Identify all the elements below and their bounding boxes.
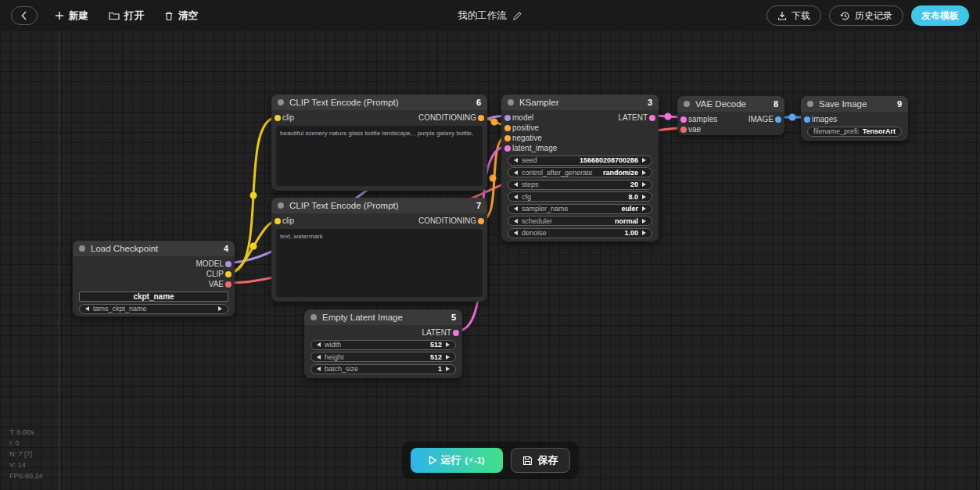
height-widget[interactable]: height 512 — [311, 352, 456, 362]
images-input-port[interactable] — [804, 116, 810, 123]
open-button[interactable]: 打开 — [109, 9, 144, 23]
prev-arrow-icon[interactable] — [514, 195, 518, 199]
node-header[interactable]: Save Image 9 — [801, 96, 908, 112]
wire-midpoint-dot[interactable] — [490, 175, 497, 182]
prev-arrow-icon[interactable] — [514, 231, 518, 235]
node-title: Save Image — [819, 99, 892, 109]
input-label: vae — [688, 125, 701, 134]
node-id: 8 — [774, 99, 778, 109]
node-status-dot — [278, 202, 284, 209]
output-label: CONDITIONING — [418, 113, 476, 122]
clip-input-port[interactable] — [275, 218, 281, 224]
node-clip-text-encode-positive[interactable]: CLIP Text Encode (Prompt) 6 clip CONDITI… — [271, 95, 487, 191]
prev-arrow-icon[interactable] — [514, 182, 518, 187]
prev-arrow-icon[interactable] — [317, 355, 321, 359]
node-header[interactable]: CLIP Text Encode (Prompt) 6 — [271, 95, 487, 110]
prev-arrow-icon[interactable] — [514, 206, 518, 211]
prev-arrow-icon[interactable] — [514, 170, 518, 175]
node-status-dot — [278, 99, 284, 106]
graph-canvas[interactable]: Load Checkpoint 4 MODEL CLIP VAE ckpt_na… — [0, 0, 980, 490]
conditioning-output-port[interactable] — [478, 115, 484, 121]
latent-output-port[interactable] — [453, 330, 459, 336]
model-output-port[interactable] — [225, 261, 232, 267]
download-button[interactable]: 下载 — [766, 5, 821, 26]
output-label: LATENT — [422, 328, 451, 337]
clip-input-port[interactable] — [275, 115, 281, 121]
image-output-port[interactable] — [775, 116, 781, 123]
node-save-image[interactable]: Save Image 9 images filename_prefix Tens… — [801, 96, 908, 141]
run-button[interactable]: 运行 (⚡-1) — [411, 448, 503, 473]
width-widget[interactable]: width 512 — [311, 340, 456, 350]
history-button[interactable]: 历史记录 — [829, 5, 903, 26]
prev-arrow-icon[interactable] — [317, 367, 321, 371]
latent-image-input-port[interactable] — [504, 145, 511, 152]
wire-midpoint-dot[interactable] — [491, 119, 498, 126]
stat-time: T: 0.00s — [9, 427, 43, 438]
batch-size-widget[interactable]: batch_size 1 — [311, 364, 456, 374]
node-vae-decode[interactable]: VAE Decode 8 samples IMAGE vae — [677, 96, 784, 135]
cfg-widget[interactable]: cfg 8.0 — [508, 191, 652, 202]
model-input-port[interactable] — [504, 115, 511, 121]
next-arrow-icon[interactable] — [642, 195, 646, 199]
filename-prefix-widget[interactable]: filename_prefix TensorArt — [807, 127, 902, 137]
next-arrow-icon[interactable] — [642, 231, 646, 235]
clip-output-port[interactable] — [225, 271, 232, 277]
latent-output-port[interactable] — [649, 115, 655, 121]
steps-widget[interactable]: steps 20 — [508, 180, 652, 190]
publish-template-button[interactable]: 发布模板 — [911, 5, 969, 26]
seed-widget[interactable]: seed 156680208700286 — [508, 156, 652, 166]
next-arrow-icon[interactable] — [642, 170, 646, 175]
prompt-textarea[interactable]: beautiful scenery nature glass bottle la… — [276, 126, 483, 186]
edit-pencil-icon[interactable] — [512, 11, 522, 21]
sampler-name-widget[interactable]: sampler_name euler — [508, 204, 652, 214]
next-arrow-icon[interactable] — [446, 355, 450, 359]
node-status-dot — [684, 101, 690, 107]
node-header[interactable]: CLIP Text Encode (Prompt) 7 — [271, 198, 487, 213]
save-workflow-button[interactable]: 保存 — [511, 448, 570, 473]
control-after-generate-widget[interactable]: control_after_generate randomize — [508, 167, 652, 177]
prev-arrow-icon[interactable] — [317, 342, 321, 347]
wire-midpoint-dot[interactable] — [789, 114, 796, 121]
prev-arrow-icon[interactable] — [514, 219, 518, 224]
next-arrow-icon[interactable] — [642, 158, 646, 163]
prev-arrow-icon[interactable] — [514, 158, 518, 163]
node-header[interactable]: Load Checkpoint 4 — [73, 241, 235, 256]
tams-ckpt-name-widget[interactable]: tams_ckpt_name — [79, 304, 228, 314]
next-arrow-icon[interactable] — [446, 342, 450, 347]
node-header[interactable]: Empty Latent Image 5 — [304, 309, 462, 325]
input-label: model — [512, 113, 533, 122]
next-arrow-icon[interactable] — [446, 367, 450, 371]
node-header[interactable]: KSampler 3 — [501, 95, 659, 110]
scheduler-widget[interactable]: scheduler normal — [508, 216, 652, 226]
stat-nodes: N: 7 [7] — [9, 449, 43, 460]
node-title: Load Checkpoint — [91, 244, 218, 253]
conditioning-output-port[interactable] — [478, 218, 484, 224]
node-ksampler[interactable]: KSampler 3 model LATENT positive negativ… — [501, 95, 659, 241]
prev-arrow-icon[interactable] — [85, 306, 89, 311]
negative-input-port[interactable] — [504, 135, 511, 141]
next-arrow-icon[interactable] — [642, 182, 646, 187]
positive-input-port[interactable] — [504, 125, 511, 131]
node-empty-latent-image[interactable]: Empty Latent Image 5 LATENT width 512 he… — [304, 309, 462, 378]
new-button[interactable]: 新建 — [55, 9, 88, 23]
next-arrow-icon[interactable] — [642, 219, 646, 224]
chevron-left-icon — [21, 11, 27, 20]
next-arrow-icon[interactable] — [218, 306, 222, 311]
node-header[interactable]: VAE Decode 8 — [677, 96, 784, 112]
node-clip-text-encode-negative[interactable]: CLIP Text Encode (Prompt) 7 clip CONDITI… — [271, 198, 487, 302]
prompt-textarea[interactable]: text, watermark — [276, 229, 483, 297]
node-title: KSampler — [519, 98, 642, 107]
ckpt-name-widget[interactable]: ckpt_name — [79, 291, 228, 302]
workflow-title: 我的工作流 — [458, 9, 507, 23]
wire-midpoint-dot[interactable] — [250, 192, 257, 199]
back-button[interactable] — [11, 6, 38, 25]
clear-button[interactable]: 清空 — [164, 9, 198, 23]
wire-midpoint-dot[interactable] — [665, 113, 672, 120]
node-load-checkpoint[interactable]: Load Checkpoint 4 MODEL CLIP VAE ckpt_na… — [73, 241, 235, 317]
denoise-widget[interactable]: denoise 1.00 — [508, 228, 652, 238]
vae-output-port[interactable] — [225, 281, 232, 288]
next-arrow-icon[interactable] — [642, 206, 646, 211]
samples-input-port[interactable] — [680, 116, 687, 123]
vae-input-port[interactable] — [680, 127, 687, 133]
wire-midpoint-dot[interactable] — [250, 243, 257, 250]
